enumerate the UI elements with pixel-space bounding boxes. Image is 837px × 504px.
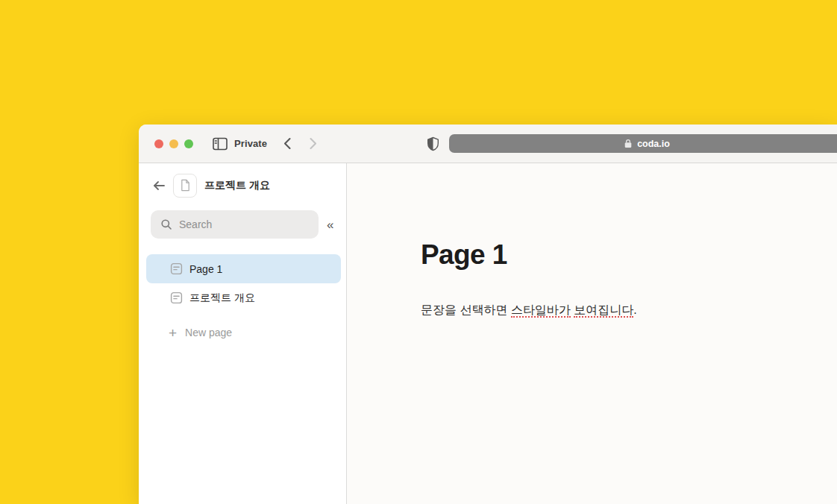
browser-content: 프로젝트 개요 Search « xyxy=(139,163,837,504)
search-row: Search « xyxy=(151,210,346,239)
lock-icon xyxy=(624,139,633,148)
plus-icon: + xyxy=(169,326,177,340)
browser-toolbar: Private coda.io xyxy=(139,125,837,163)
page-list-item-page-1[interactable]: Page 1 xyxy=(146,254,341,283)
document-icon xyxy=(180,179,191,192)
spellcheck-word: 스타일바가 xyxy=(511,303,571,318)
forward-button[interactable] xyxy=(309,137,318,150)
sidebar-toggle-icon[interactable] xyxy=(213,137,228,151)
new-page-button[interactable]: + New page xyxy=(151,323,346,342)
doc-icon-button[interactable] xyxy=(173,174,197,198)
address-bar[interactable]: coda.io xyxy=(449,134,837,153)
sidebar-header: 프로젝트 개요 xyxy=(151,173,346,198)
paragraph-text: 문장을 선택하면 xyxy=(421,303,511,316)
new-page-label: New page xyxy=(185,327,232,338)
search-icon xyxy=(160,218,172,230)
page-list-item-project-overview[interactable]: 프로젝트 개요 xyxy=(146,283,341,312)
page-item-label: Page 1 xyxy=(189,263,222,275)
page-title: Page 1 xyxy=(421,241,807,270)
paragraph-text: . xyxy=(633,303,636,316)
spellcheck-word: 보여집니다 xyxy=(574,303,633,318)
page-list: Page 1 프로젝트 개요 xyxy=(146,254,341,312)
back-arrow-icon[interactable] xyxy=(152,180,166,191)
doc-sidebar: 프로젝트 개요 Search « xyxy=(139,163,347,504)
window-controls xyxy=(154,139,193,148)
page-icon xyxy=(170,292,183,304)
zoom-window-button[interactable] xyxy=(184,139,193,148)
page-item-label: 프로젝트 개요 xyxy=(189,292,255,305)
private-browsing-label: Private xyxy=(234,138,267,149)
doc-canvas[interactable]: Page 1 문장을 선택하면 스타일바가 보여집니다. xyxy=(347,163,837,504)
privacy-shield-icon[interactable] xyxy=(427,136,439,151)
close-window-button[interactable] xyxy=(154,139,163,148)
search-placeholder: Search xyxy=(179,218,212,230)
body-paragraph: 문장을 선택하면 스타일바가 보여집니다. xyxy=(421,303,807,318)
doc-title: 프로젝트 개요 xyxy=(204,179,270,192)
address-bar-domain: coda.io xyxy=(637,139,670,149)
collapse-sidebar-icon[interactable]: « xyxy=(327,218,333,231)
minimize-window-button[interactable] xyxy=(169,139,178,148)
back-button[interactable] xyxy=(283,137,292,150)
browser-window: Private coda.io xyxy=(139,125,837,504)
page-icon xyxy=(170,262,183,275)
search-input[interactable]: Search xyxy=(151,210,319,239)
